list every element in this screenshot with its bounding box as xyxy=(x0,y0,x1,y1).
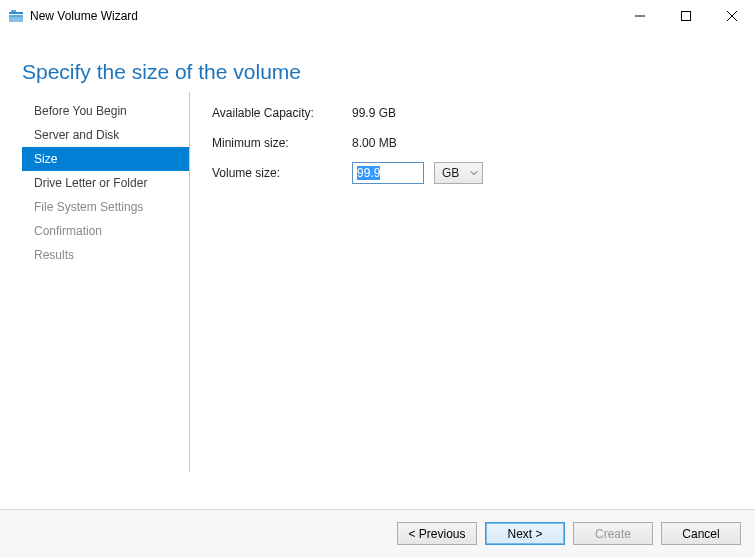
label-volume-size: Volume size: xyxy=(212,166,352,180)
button-label: Next > xyxy=(507,527,542,541)
page-heading: Specify the size of the volume xyxy=(0,32,755,92)
unit-selected: GB xyxy=(442,166,459,180)
create-button: Create xyxy=(573,522,653,545)
app-icon xyxy=(8,8,24,24)
step-label: Server and Disk xyxy=(34,128,119,142)
step-label: Before You Begin xyxy=(34,104,127,118)
step-results: Results xyxy=(22,243,189,267)
cancel-button[interactable]: Cancel xyxy=(661,522,741,545)
svg-rect-0 xyxy=(9,12,23,14)
step-file-system: File System Settings xyxy=(22,195,189,219)
step-label: Results xyxy=(34,248,74,262)
step-server-and-disk[interactable]: Server and Disk xyxy=(22,123,189,147)
title-bar: New Volume Wizard xyxy=(0,0,755,32)
previous-button[interactable]: < Previous xyxy=(397,522,477,545)
label-minimum-size: Minimum size: xyxy=(212,136,352,150)
wizard-footer: < Previous Next > Create Cancel xyxy=(0,509,755,557)
wizard-steps: Before You Begin Server and Disk Size Dr… xyxy=(22,92,190,472)
close-button[interactable] xyxy=(709,0,755,32)
step-drive-letter[interactable]: Drive Letter or Folder xyxy=(22,171,189,195)
volume-size-input[interactable] xyxy=(352,162,424,184)
value-available-capacity: 99.9 GB xyxy=(352,106,396,120)
row-available-capacity: Available Capacity: 99.9 GB xyxy=(212,98,483,128)
minimize-button[interactable] xyxy=(617,0,663,32)
step-label: Confirmation xyxy=(34,224,102,238)
label-available-capacity: Available Capacity: xyxy=(212,106,352,120)
window-controls xyxy=(617,0,755,32)
step-confirmation: Confirmation xyxy=(22,219,189,243)
step-label: Size xyxy=(34,152,57,166)
volume-size-unit-select[interactable]: GB xyxy=(434,162,483,184)
row-minimum-size: Minimum size: 8.00 MB xyxy=(212,128,483,158)
step-size[interactable]: Size xyxy=(22,147,189,171)
chevron-down-icon xyxy=(470,166,478,180)
maximize-button[interactable] xyxy=(663,0,709,32)
row-volume-size: Volume size: GB xyxy=(212,158,483,188)
button-label: Cancel xyxy=(682,527,719,541)
button-label: < Previous xyxy=(408,527,465,541)
main-area: Before You Begin Server and Disk Size Dr… xyxy=(0,92,755,472)
window-title: New Volume Wizard xyxy=(30,9,138,23)
step-label: Drive Letter or Folder xyxy=(34,176,147,190)
value-minimum-size: 8.00 MB xyxy=(352,136,397,150)
button-label: Create xyxy=(595,527,631,541)
svg-rect-5 xyxy=(682,12,691,21)
svg-rect-2 xyxy=(9,15,23,17)
title-bar-left: New Volume Wizard xyxy=(8,8,138,24)
step-label: File System Settings xyxy=(34,200,143,214)
next-button[interactable]: Next > xyxy=(485,522,565,545)
content-pane: Available Capacity: 99.9 GB Minimum size… xyxy=(190,92,483,472)
step-before-you-begin[interactable]: Before You Begin xyxy=(22,99,189,123)
svg-rect-3 xyxy=(11,10,16,12)
